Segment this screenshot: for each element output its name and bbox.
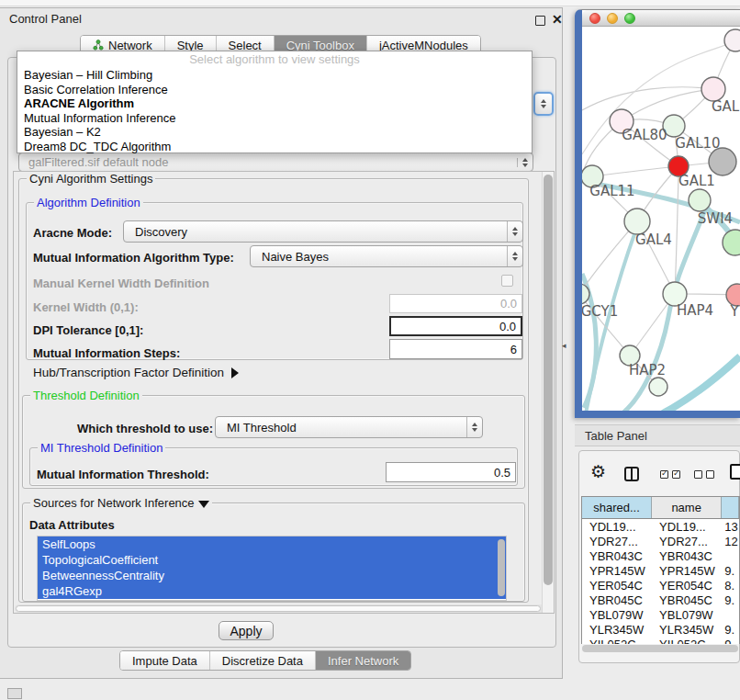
minimized-panel-icon[interactable] (7, 688, 22, 699)
column-divider (631, 469, 633, 480)
network-node[interactable] (689, 189, 711, 211)
zoom-window-icon[interactable] (624, 13, 635, 24)
network-icon (93, 40, 104, 51)
table-row[interactable]: YDR27...YDR27...12 (582, 534, 739, 548)
kernel-width-input[interactable]: 0.0 (389, 294, 522, 313)
table-cell: YBR043C (652, 549, 722, 563)
node-table[interactable]: shared... name YDL19...YDL19...13YDR27..… (581, 496, 740, 644)
data-attribute-item[interactable]: TopologicalCoefficient (38, 552, 506, 568)
tab-infer-network[interactable]: Infer Network (316, 651, 410, 670)
column-header-shared-name[interactable]: shared... (582, 497, 652, 518)
table-row[interactable]: YLR345WYLR345W9. (582, 622, 739, 637)
aracne-mode-label: Aracne Mode: (33, 226, 112, 240)
algorithm-option[interactable]: Mutual Information Inference (17, 111, 532, 126)
algorithm-option[interactable]: Bayesian – Hill Climbing (17, 68, 532, 83)
mi-algorithm-type-value: Naive Bayes (251, 246, 507, 266)
combo-spinner-icon (507, 246, 522, 266)
close-panel-icon[interactable]: ✕ (552, 12, 563, 27)
deselect-all-checkboxes-icon[interactable] (694, 470, 714, 479)
control-panel-title: Control Panel (9, 12, 82, 26)
table-row[interactable]: YBR043CYBR043C (582, 548, 739, 563)
network-edge (663, 356, 740, 411)
data-attribute-item[interactable]: BetweennessCentrality (38, 568, 506, 583)
table-row[interactable]: YIL052CYIL052C9 (582, 637, 739, 644)
tab-discretize-data[interactable]: Discretize Data (210, 651, 316, 670)
cyni-bottom-tabbar: Impute Data Discretize Data Infer Networ… (119, 650, 411, 671)
algorithm-option[interactable]: Basic Correlation Inference (17, 83, 532, 97)
inference-data-combobox[interactable]: galFiltered.sif default node (18, 152, 533, 172)
aracne-mode-combobox[interactable]: Discovery (123, 220, 523, 243)
manual-kernel-checkbox[interactable] (501, 275, 513, 287)
list-scrollbar-thumb[interactable] (498, 539, 505, 596)
table-cell: YPR145W (582, 564, 652, 578)
table-cell: YER054C (652, 579, 722, 593)
column-header-partial[interactable] (722, 497, 739, 518)
algorithm-popup-list: Bayesian – Hill ClimbingBasic Correlatio… (17, 68, 532, 153)
network-node[interactable] (709, 148, 736, 175)
mi-threshold-input[interactable]: 0.5 (386, 462, 516, 482)
table-row[interactable]: YBR045CYBR045C9. (582, 593, 739, 607)
data-attribute-item[interactable]: gal4RGexp (38, 583, 506, 599)
table-row[interactable]: YER054CYER054C8. (582, 578, 739, 593)
column-header-name[interactable]: name (652, 497, 722, 518)
table-cell: YLR345W (582, 623, 652, 637)
algorithm-combobox-spinner[interactable] (533, 92, 554, 116)
mi-threshold-title: MI Threshold Definition (38, 441, 165, 455)
table-cell: YIL052C (652, 638, 722, 645)
tab-impute-data[interactable]: Impute Data (120, 651, 210, 670)
network-svg[interactable]: GALGAL80GAL10GAL1GAL11SWI4GAL4GCY1HAP4YH… (582, 27, 740, 411)
mi-steps-input[interactable]: 6 (389, 339, 522, 359)
which-threshold-label: Which threshold to use: (77, 422, 213, 435)
table-hscrollbar-thumb[interactable] (582, 645, 738, 652)
table-cell: YBR045C (582, 593, 652, 607)
table-cell: YIL052C (582, 638, 652, 645)
hub-definition-toggle[interactable]: Hub/Transcription Factor Definition (33, 366, 239, 379)
table-cell: YDR27... (652, 535, 722, 548)
table-cell: 13 (722, 520, 739, 534)
dpi-tolerance-input[interactable]: 0.0 (389, 316, 522, 336)
network-edge (592, 166, 678, 176)
which-threshold-value: MI Threshold (216, 417, 466, 437)
gear-icon[interactable]: ⚙ (590, 463, 606, 480)
data-attributes-list[interactable]: SelfLoopsTopologicalCoefficientBetweenne… (37, 536, 507, 601)
spinner-up-icon (541, 99, 546, 103)
settings-vscrollbar-thumb[interactable] (544, 175, 553, 585)
table-cell: YBL079W (652, 608, 722, 622)
table-row[interactable]: YDL19...YDL19...13 (582, 519, 739, 534)
which-threshold-combobox[interactable]: MI Threshold (215, 416, 483, 438)
kernel-width-label: Kernel Width (0,1): (33, 300, 139, 314)
settings-hscrollbar-thumb[interactable] (16, 605, 541, 612)
algorithm-option[interactable]: Dream8 DC_TDC Algorithm (17, 140, 532, 154)
minimize-window-icon[interactable] (607, 13, 618, 24)
mi-algorithm-type-combobox[interactable]: Naive Bayes (250, 245, 523, 267)
inference-data-value: galFiltered.sif default node (19, 155, 517, 169)
new-table-icon[interactable] (730, 464, 740, 480)
table-cell: YDL19... (582, 520, 652, 534)
table-row[interactable]: YPR145WYPR145W9. (582, 563, 739, 578)
table-cell: 9. (722, 564, 739, 578)
network-node[interactable] (649, 378, 667, 396)
app-top-strip (0, 0, 740, 6)
float-window-icon[interactable] (535, 16, 545, 26)
combo-spinner-icon (517, 158, 533, 167)
network-node-label: GAL (712, 98, 740, 115)
network-window-titlebar[interactable] (582, 10, 740, 27)
mouse-cursor: ◂ (562, 341, 566, 350)
data-attribute-item[interactable]: SelfLoops (38, 536, 506, 552)
table-row[interactable]: YBL079WYBL079W (582, 607, 739, 622)
network-node[interactable] (624, 209, 650, 234)
close-window-icon[interactable] (589, 13, 600, 24)
column-chooser-icon[interactable] (624, 467, 639, 481)
network-node-label: HAP4 (677, 302, 713, 319)
network-node-label: GAL10 (675, 135, 720, 152)
algorithm-option[interactable]: Bayesian – K2 (17, 125, 532, 140)
network-node[interactable] (723, 230, 740, 255)
network-node-label: GCY1 (582, 303, 618, 320)
select-all-checkboxes-icon[interactable] (660, 470, 680, 479)
algorithm-option[interactable]: ARACNE Algorithm (17, 96, 532, 111)
table-cell: 9 (722, 638, 739, 645)
network-node[interactable] (724, 29, 740, 51)
collapsed-arrow-icon (231, 367, 239, 378)
table-cell: YBR045C (652, 593, 722, 607)
apply-button[interactable]: Apply (219, 621, 274, 640)
